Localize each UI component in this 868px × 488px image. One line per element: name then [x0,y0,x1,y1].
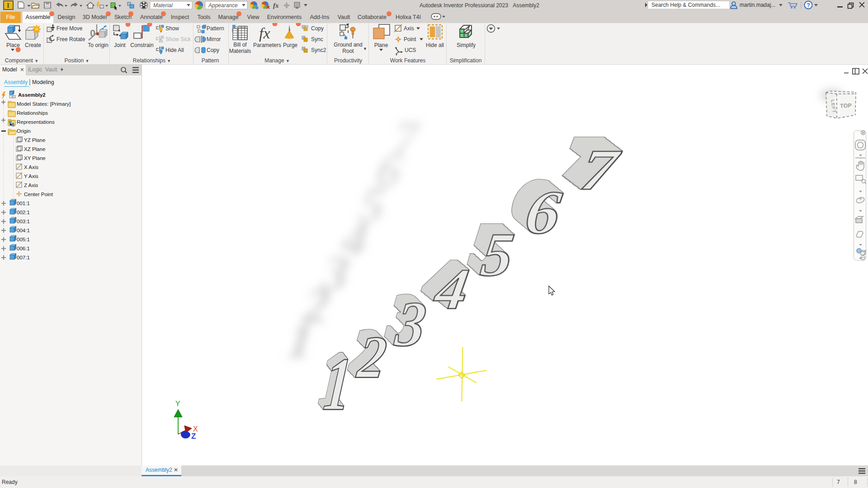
svg-text:fx: fx [273,2,279,9]
svg-text:Search Help & Commands...: Search Help & Commands... [651,2,720,8]
svg-text:Material: Material [153,2,173,9]
svg-text:Z: Z [191,432,196,441]
svg-text:fx: fx [259,25,270,42]
svg-text:I: I [7,2,9,9]
svg-text:Y: Y [175,400,180,408]
svg-text:?: ? [807,2,810,9]
svg-text:martin.madaj...: martin.madaj... [740,2,775,8]
svg-text:TOP: TOP [840,103,852,109]
svg-text:Appearance: Appearance [208,2,238,9]
